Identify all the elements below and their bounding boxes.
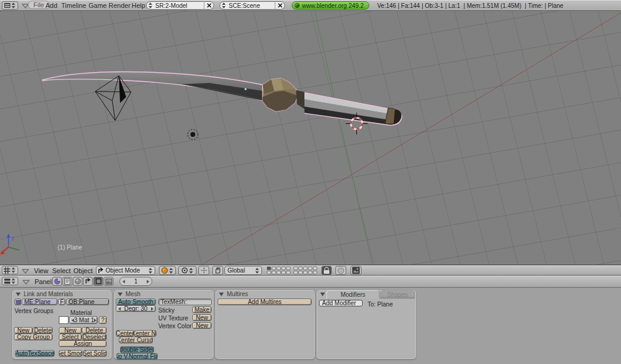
copy-group-button[interactable]: Copy Group: [14, 334, 53, 340]
select-button[interactable]: Select: [59, 334, 82, 340]
set-solid-button[interactable]: Set Solid: [83, 350, 107, 357]
layer-buttons-group-1[interactable]: [267, 266, 290, 274]
double-sided-button[interactable]: Double Sided: [120, 346, 154, 353]
layer-7[interactable]: [298, 266, 303, 270]
uv-texture-new-button[interactable]: New: [192, 314, 212, 321]
center-new-button[interactable]: Center Ne: [134, 330, 156, 337]
decrement-arrow-icon[interactable]: [123, 280, 125, 283]
scene-context-button[interactable]: [104, 277, 113, 286]
layer-20[interactable]: [313, 271, 317, 274]
layer-12[interactable]: [272, 271, 276, 274]
mesh-browse-button[interactable]: [15, 299, 21, 305]
scene-close-icon[interactable]: [275, 1, 284, 10]
manipulator-toggle-button[interactable]: [198, 266, 209, 275]
panel-header[interactable]: Mesh: [114, 290, 213, 298]
set-smooth-button[interactable]: Set Smoot: [59, 350, 82, 357]
no-vnormal-flip-button[interactable]: No V.Normal Flip: [116, 353, 158, 360]
scene-name-field[interactable]: SCE:Scene: [227, 2, 275, 9]
logic-context-button[interactable]: [52, 277, 62, 286]
mode-dropdown[interactable]: Object Mode: [96, 266, 155, 275]
layer-19[interactable]: [308, 271, 312, 274]
increment-arrow-icon[interactable]: [94, 319, 96, 322]
collapse-triangle-icon[interactable]: [22, 269, 29, 274]
window-type-button[interactable]: [2, 1, 18, 10]
increment-arrow-icon[interactable]: [147, 280, 149, 283]
increment-arrow-icon[interactable]: [151, 307, 153, 311]
orientation-dropdown[interactable]: Global: [224, 266, 262, 275]
layer-2[interactable]: [272, 266, 276, 270]
layer-9[interactable]: [308, 266, 312, 270]
buttons-window-type-button[interactable]: [2, 277, 18, 285]
proportional-edit-button[interactable]: [335, 266, 346, 275]
layer-8[interactable]: [303, 266, 307, 270]
sticky-make-button[interactable]: Make: [192, 306, 212, 313]
menu-help[interactable]: Help: [132, 2, 146, 9]
assign-button[interactable]: Assign: [59, 340, 107, 347]
texmesh-field[interactable]: TexMesh:: [158, 299, 212, 305]
add-modifier-button[interactable]: Add Modifier: [319, 300, 363, 306]
material-color-swatch[interactable]: [59, 316, 69, 324]
blender-version-link[interactable]: www.blender.org 249.2: [292, 1, 369, 10]
3d-viewport[interactable]: z (1) Plane: [0, 11, 621, 265]
decrement-arrow-icon[interactable]: [118, 307, 121, 311]
pivot-dropdown[interactable]: [178, 266, 196, 275]
frame-number-field[interactable]: 1: [119, 277, 152, 286]
layer-16[interactable]: [294, 271, 298, 274]
object-context-button[interactable]: [83, 277, 93, 286]
menu-object[interactable]: Object: [73, 267, 93, 274]
panel-collapse-icon[interactable]: [16, 293, 21, 296]
menu-render[interactable]: Render: [109, 2, 130, 9]
armature-bone-object[interactable]: [95, 76, 131, 121]
layer-4[interactable]: [281, 266, 286, 270]
layer-15[interactable]: [286, 271, 290, 274]
layer-1[interactable]: [267, 266, 271, 270]
material-index-field[interactable]: 3 Mat 1: [69, 316, 98, 324]
screen-name-field[interactable]: SR:2-Model: [153, 2, 204, 9]
screen-close-icon[interactable]: [204, 1, 213, 10]
panel-collapse-icon[interactable]: [118, 293, 123, 296]
object-name-field[interactable]: OB:Plane: [66, 299, 109, 305]
mesh-name-field[interactable]: ME:Plane: [22, 299, 58, 305]
layer-17[interactable]: [298, 271, 303, 274]
lock-layers-button[interactable]: [321, 266, 332, 275]
render-preview-button[interactable]: [351, 266, 361, 275]
layer-buttons-group-2[interactable]: [294, 266, 317, 274]
vgroup-new-button[interactable]: New: [14, 327, 33, 334]
menu-select[interactable]: Select: [52, 267, 71, 274]
scene-browse-icon[interactable]: [221, 2, 227, 9]
auto-smooth-button[interactable]: Auto Smooth: [116, 299, 156, 305]
layer-6[interactable]: [294, 266, 298, 270]
shading-context-button[interactable]: [73, 277, 82, 286]
viewport-window-type-button[interactable]: [2, 266, 18, 274]
deselect-button[interactable]: Deselect: [82, 334, 107, 340]
vgroup-delete-button[interactable]: Delete: [33, 327, 53, 334]
menu-game[interactable]: Game: [89, 2, 107, 9]
menu-view[interactable]: View: [34, 267, 49, 274]
draw-type-dropdown[interactable]: [159, 266, 176, 275]
layer-10[interactable]: [313, 266, 317, 270]
screen-browse-icon[interactable]: [148, 2, 153, 9]
material-help-button[interactable]: ?: [99, 316, 107, 324]
script-context-button[interactable]: [62, 277, 72, 286]
layer-11[interactable]: [267, 271, 271, 274]
panel-collapse-icon[interactable]: [219, 293, 224, 296]
center-button[interactable]: Center: [116, 330, 134, 337]
panel-collapse-icon[interactable]: [320, 293, 325, 296]
autotexspace-button[interactable]: AutoTexSpace: [15, 350, 55, 357]
layer-18[interactable]: [303, 271, 307, 274]
menu-timeline[interactable]: Timeline: [61, 2, 86, 9]
add-multires-button[interactable]: Add Multires: [218, 299, 312, 305]
layer-5[interactable]: [286, 266, 290, 270]
collapse-triangle-icon[interactable]: [22, 280, 30, 285]
vertex-color-new-button[interactable]: New: [192, 322, 212, 329]
panel-header[interactable]: Link and Materials: [12, 290, 112, 298]
hand-button[interactable]: [212, 266, 223, 275]
material-new-button[interactable]: New: [59, 327, 82, 334]
center-cursor-button[interactable]: Center Cursor: [119, 337, 153, 343]
fake-user-button[interactable]: F: [58, 299, 65, 305]
panel-header[interactable]: Multires: [215, 290, 315, 298]
layer-14[interactable]: [281, 271, 286, 274]
layer-13[interactable]: [277, 271, 281, 274]
layer-3[interactable]: [277, 266, 281, 270]
menu-add[interactable]: Add: [45, 2, 58, 9]
